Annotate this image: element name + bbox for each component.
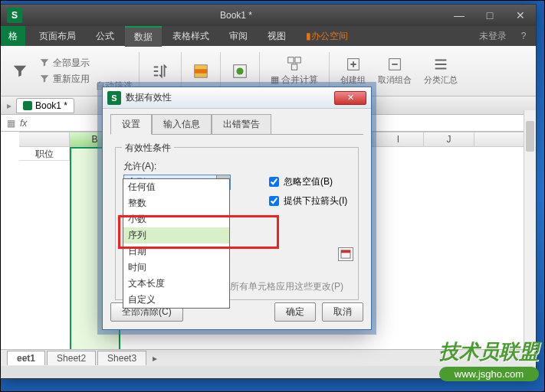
doc-title: Book1 *: [28, 10, 444, 21]
tab-settings[interactable]: 设置: [110, 114, 152, 135]
ribbon-showall[interactable]: 全部显示: [36, 56, 93, 70]
option-decimal[interactable]: 小数: [123, 211, 229, 227]
tab-error-alert[interactable]: 出错警告: [212, 114, 271, 135]
svg-point-3: [236, 67, 243, 74]
ribbon-ungroup[interactable]: 取消组合: [373, 54, 416, 87]
login-status[interactable]: 未登录: [479, 30, 507, 43]
ignore-blank-checkbox[interactable]: 忽略空值(B): [269, 175, 347, 188]
option-any[interactable]: 任何值: [123, 179, 229, 195]
ribbon-validation[interactable]: [227, 61, 253, 81]
ribbon-sort[interactable]: [146, 61, 175, 81]
in-cell-dropdown-checkbox[interactable]: 提供下拉箭头(I): [269, 194, 347, 207]
menu-formula[interactable]: 公式: [87, 27, 123, 46]
ribbon-autofilter[interactable]: [7, 61, 33, 81]
ribbon-consolidate[interactable]: ▦ 合并计算: [266, 54, 323, 88]
option-custom[interactable]: 自定义: [123, 292, 229, 308]
tab-input-message[interactable]: 输入信息: [152, 114, 212, 135]
ribbon-subtotal[interactable]: 分类汇总: [419, 54, 462, 87]
menu-view[interactable]: 视图: [258, 27, 295, 46]
ribbon-reapply[interactable]: 重新应用: [36, 72, 93, 87]
svg-rect-6: [291, 64, 297, 70]
menu-data[interactable]: 数据: [125, 26, 162, 47]
svg-rect-5: [295, 57, 300, 63]
menu-pagelayout[interactable]: 页面布局: [30, 27, 85, 46]
col-header[interactable]: [474, 132, 525, 147]
ok-button[interactable]: 确定: [274, 302, 316, 322]
dialog-titlebar[interactable]: S 数据有效性 ✕: [103, 87, 371, 109]
option-textlength[interactable]: 文本长度: [123, 276, 229, 292]
workbook-tab[interactable]: Book1 *: [16, 98, 74, 113]
option-integer[interactable]: 整数: [123, 195, 229, 211]
allow-label: 允许(A):: [123, 160, 350, 173]
watermark: 技术员联盟 www.jsgho.com: [439, 338, 539, 381]
col-header[interactable]: [19, 132, 70, 147]
sheet-tab-1[interactable]: eet1: [7, 351, 45, 365]
data-validation-dialog: S 数据有效性 ✕ 设置 输入信息 出错警告 有效性条件 允许(A): 序列 ▾…: [102, 87, 372, 330]
scroll-thumb[interactable]: [526, 121, 534, 152]
cell-b1[interactable]: 职位: [19, 147, 70, 161]
sheet-tab-3[interactable]: Sheet3: [97, 351, 146, 365]
svg-rect-4: [288, 57, 294, 63]
app-icon: S: [7, 8, 22, 23]
menu-review[interactable]: 审阅: [220, 27, 257, 46]
help-icon[interactable]: ?: [514, 31, 533, 41]
maximize-button[interactable]: □: [474, 5, 505, 26]
dialog-icon: S: [107, 91, 121, 105]
fieldset-legend: 有效性条件: [122, 142, 174, 155]
desktop: S Book1 * — □ ✕ 格 页面布局 公式 数据 表格样式 审阅 视图 …: [0, 0, 545, 392]
fx-label[interactable]: fx: [20, 118, 27, 129]
sheet-file-icon: [23, 101, 32, 110]
workbook-tab-label: Book1 *: [35, 100, 67, 111]
col-header-j[interactable]: J: [424, 132, 474, 147]
titlebar: S Book1 * — □ ✕: [1, 5, 536, 26]
menubar: 页面布局 公式 数据 表格样式 审阅 视图 ▮办公空间 未登录 ?: [1, 26, 536, 46]
option-date[interactable]: 日期: [123, 243, 229, 260]
dialog-title: 数据有效性: [126, 91, 334, 104]
dialog-close-button[interactable]: ✕: [334, 91, 366, 105]
menu-tablestyle[interactable]: 表格样式: [163, 27, 218, 46]
vertical-scrollbar[interactable]: [524, 110, 536, 349]
watermark-text: 技术员联盟: [439, 338, 539, 365]
svg-rect-1: [195, 69, 208, 74]
menu-office[interactable]: ▮办公空间: [297, 27, 357, 46]
tab-nav-icon[interactable]: ▸: [7, 100, 11, 111]
source-range-button[interactable]: [338, 247, 353, 261]
col-header-i[interactable]: I: [373, 132, 424, 147]
option-time[interactable]: 时间: [123, 260, 229, 276]
file-tab[interactable]: 格: [1, 26, 25, 46]
svg-rect-10: [341, 250, 350, 253]
sheet-nav-icon[interactable]: ▸: [148, 353, 162, 364]
dialog-tabs: 设置 输入信息 出错警告: [103, 109, 371, 134]
name-box-icon[interactable]: ▦: [7, 118, 15, 129]
watermark-url: www.jsgho.com: [439, 367, 539, 381]
allow-dropdown-list: 任何值 整数 小数 序列 日期 时间 文本长度 自定义: [123, 178, 230, 309]
close-button[interactable]: ✕: [505, 5, 536, 26]
sheet-tab-2[interactable]: Sheet2: [47, 351, 96, 365]
minimize-button[interactable]: —: [444, 5, 474, 26]
plus-icon: ▦: [271, 74, 279, 85]
ribbon-highlight[interactable]: [188, 61, 214, 81]
ribbon-group[interactable]: 创建组: [336, 54, 370, 87]
cancel-button[interactable]: 取消: [322, 302, 363, 322]
option-list[interactable]: 序列: [123, 227, 229, 243]
dialog-body: 有效性条件 允许(A): 序列 ▾ 忽略空值(B) 提供下拉箭头(I) 对所有同…: [110, 134, 363, 310]
